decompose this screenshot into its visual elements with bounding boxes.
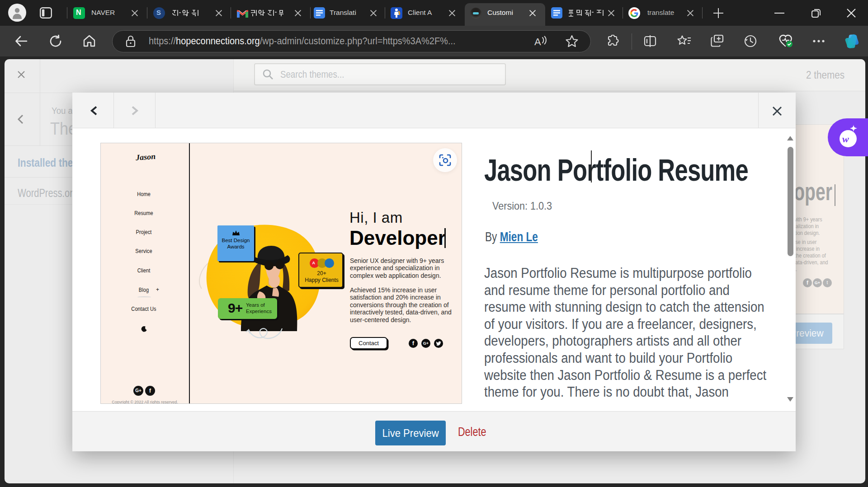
svg-text:A: A <box>534 36 541 47</box>
svg-text:w: w <box>842 133 849 145</box>
svg-text:Jason: Jason <box>135 152 156 162</box>
